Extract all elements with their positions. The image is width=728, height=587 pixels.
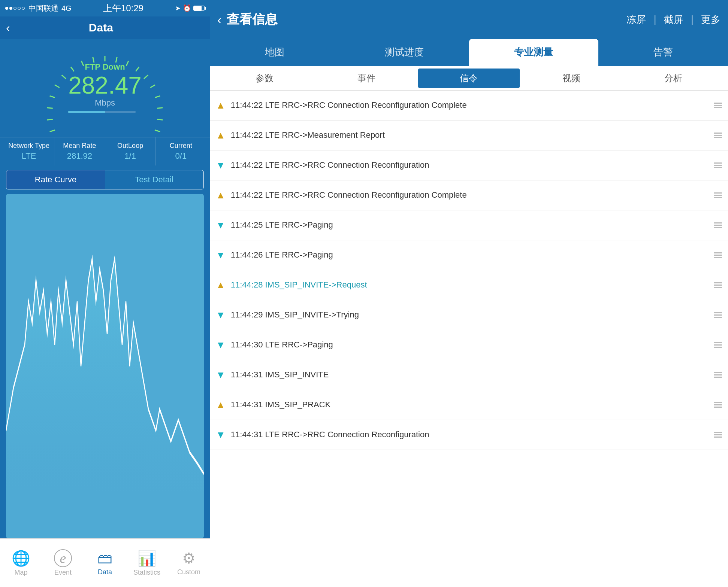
tab-statistics[interactable]: 📊 Statistics (126, 550, 168, 577)
stat-current-value: 0/1 (156, 151, 206, 161)
svg-line-1 (50, 130, 55, 132)
status-bar-left: 中国联通 4G (5, 3, 72, 13)
signal-item-9[interactable]: ▼11:44:31 IMS_SIP_INVITE (210, 360, 728, 390)
alarm-icon: ⏰ (183, 4, 191, 12)
signal-item-0[interactable]: ▲11:44:22 LTE RRC->RRC Connection Reconf… (210, 91, 728, 121)
subtab-analysis[interactable]: 分析 (622, 66, 724, 90)
signal-menu-icon-8[interactable] (714, 342, 722, 348)
menu-line-2 (714, 107, 722, 108)
chart-tab-switcher: Rate Curve Test Detail (6, 170, 204, 189)
more-button[interactable]: 更多 (701, 13, 721, 26)
status-time: 上午10:29 (103, 2, 144, 14)
menu-line-0 (714, 372, 722, 373)
menu-line-2 (714, 287, 722, 288)
signal-menu-icon-10[interactable] (714, 402, 722, 408)
signal-text-10: 11:44:31 IMS_SIP_PRACK (231, 399, 711, 411)
svg-line-3 (47, 108, 53, 109)
status-bar-right: ➤ ⏰ (175, 4, 205, 12)
tab-map-right[interactable]: 地图 (210, 39, 339, 66)
subtab-events[interactable]: 事件 (315, 66, 417, 90)
menu-line-0 (714, 282, 722, 283)
signal-item-7[interactable]: ▼11:44:29 IMS_SIP_INVITE->Trying (210, 300, 728, 330)
signal-menu-icon-7[interactable] (714, 312, 722, 318)
gauge-progress-bar (68, 111, 136, 113)
menu-line-1 (714, 225, 722, 226)
tab-data[interactable]: 🗃 Data (84, 550, 126, 576)
signal-menu-icon-5[interactable] (714, 252, 722, 258)
tab-map[interactable]: 🌐 Map (0, 550, 42, 577)
signal-item-10[interactable]: ▲11:44:31 IMS_SIP_PRACK (210, 390, 728, 420)
signal-text-6: 11:44:28 IMS_SIP_INVITE->Request (231, 279, 711, 291)
chart-area (6, 194, 204, 538)
menu-line-1 (714, 255, 722, 256)
action-sep-1: | (653, 13, 656, 25)
menu-line-1 (714, 314, 722, 316)
signal-menu-icon-0[interactable] (714, 103, 722, 108)
tab-custom[interactable]: ⚙ Custom (168, 550, 210, 576)
stat-network-type: Network Type LTE (4, 137, 54, 165)
signal-item-5[interactable]: ▼11:44:26 LTE RRC->Paging (210, 240, 728, 270)
gauge-label: FTP Down (68, 62, 142, 72)
signal-item-11[interactable]: ▼11:44:31 LTE RRC->RRC Connection Reconf… (210, 420, 728, 450)
right-nav-actions: 冻屏 | 截屏 | 更多 (626, 13, 721, 26)
signal-menu-icon-4[interactable] (714, 222, 722, 228)
signal-menu-icon-9[interactable] (714, 372, 722, 378)
signal-menu-icon-6[interactable] (714, 282, 722, 288)
test-detail-tab[interactable]: Test Detail (105, 170, 203, 189)
signal-menu-icon-2[interactable] (714, 162, 722, 168)
menu-line-0 (714, 432, 722, 433)
tab-event[interactable]: e Event (42, 549, 84, 577)
arrow-down-icon: ▼ (216, 369, 226, 381)
arrow-down-icon: ▼ (216, 219, 226, 231)
tab-professional-measurement[interactable]: 专业测量 (469, 39, 599, 66)
dot-5 (22, 7, 25, 10)
stat-network-type-value: LTE (4, 151, 54, 161)
arrow-up-icon: ▲ (216, 399, 226, 411)
signal-item-8[interactable]: ▼11:44:30 LTE RRC->Paging (210, 330, 728, 360)
tab-test-progress[interactable]: 测试进度 (339, 39, 469, 66)
left-nav-bar: ‹ Data (0, 16, 210, 39)
freeze-button[interactable]: 冻屏 (626, 13, 646, 26)
arrow-up-icon: ▲ (216, 100, 226, 111)
rate-curve-tab[interactable]: Rate Curve (6, 170, 105, 189)
signal-item-3[interactable]: ▲11:44:22 LTE RRC->RRC Connection Reconf… (210, 180, 728, 210)
back-button[interactable]: ‹ (6, 21, 10, 35)
right-back-button[interactable]: ‹ (217, 12, 221, 27)
signal-item-6[interactable]: ▲11:44:28 IMS_SIP_INVITE->Request (210, 270, 728, 300)
screenshot-button[interactable]: 截屏 (664, 13, 683, 26)
signal-item-4[interactable]: ▼11:44:25 LTE RRC->Paging (210, 210, 728, 240)
menu-line-1 (714, 404, 722, 405)
signal-text-11: 11:44:31 LTE RRC->RRC Connection Reconfi… (231, 429, 711, 441)
signal-menu-icon-1[interactable] (714, 133, 722, 138)
signal-menu-icon-3[interactable] (714, 192, 722, 198)
menu-line-1 (714, 195, 722, 196)
menu-line-2 (714, 347, 722, 348)
tab-statistics-label: Statistics (133, 569, 160, 577)
subtab-signals[interactable]: 信令 (418, 69, 520, 88)
tab-alarm[interactable]: 告警 (598, 39, 728, 66)
stats-row: Network Type LTE Mean Rate 281.92 OutLoo… (0, 137, 210, 165)
menu-line-0 (714, 162, 722, 164)
signal-menu-icon-11[interactable] (714, 432, 722, 438)
battery-fill (194, 6, 202, 10)
menu-line-1 (714, 285, 722, 286)
chart-fill (6, 259, 204, 496)
menu-line-0 (714, 312, 722, 313)
signal-item-1[interactable]: ▲11:44:22 LTE RRC->Measurement Report (210, 121, 728, 150)
stat-current-label: Current (156, 142, 206, 150)
signal-item-2[interactable]: ▼11:44:22 LTE RRC->RRC Connection Reconf… (210, 150, 728, 180)
signal-text-5: 11:44:26 LTE RRC->Paging (231, 249, 711, 261)
signal-text-1: 11:44:22 LTE RRC->Measurement Report (231, 130, 711, 141)
right-panel: ‹ 查看信息 冻屏 | 截屏 | 更多 地图 测试进度 专业测量 告警 参数 事… (210, 0, 728, 587)
arrow-down-icon: ▼ (216, 429, 226, 441)
map-icon: 🌐 (12, 550, 30, 567)
left-nav-title: Data (14, 21, 188, 34)
menu-line-0 (714, 402, 722, 403)
menu-line-2 (714, 197, 722, 198)
subtab-params[interactable]: 参数 (214, 66, 315, 90)
subtab-video[interactable]: 视频 (520, 66, 622, 90)
left-panel: 中国联通 4G 上午10:29 ➤ ⏰ ‹ Data (0, 0, 210, 587)
arrow-up-icon: ▲ (216, 279, 226, 291)
status-bar: 中国联通 4G 上午10:29 ➤ ⏰ (0, 0, 210, 16)
svg-line-17 (157, 108, 163, 109)
